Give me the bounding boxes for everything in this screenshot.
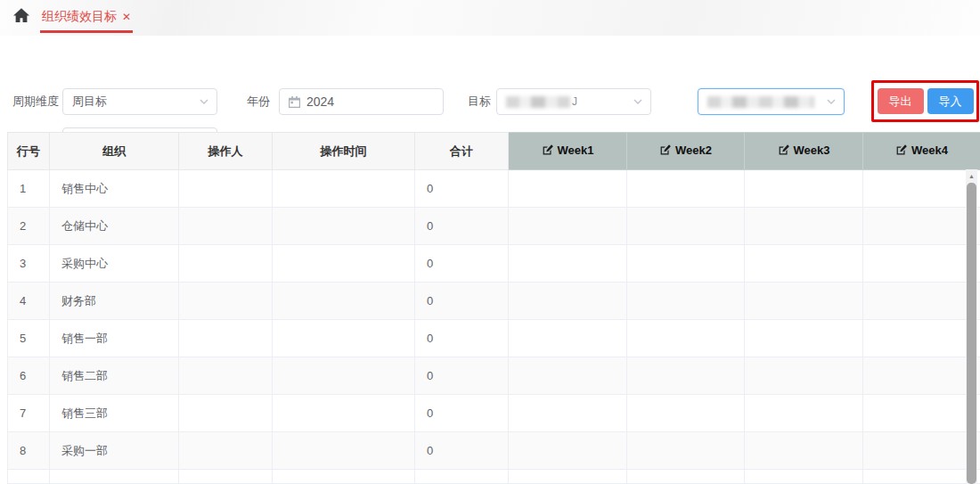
period-label: 周期维度 (12, 88, 59, 115)
week-label: Week2 (675, 144, 712, 157)
cell-week2[interactable] (627, 395, 745, 432)
cell-op-time (273, 395, 415, 432)
year-label: 年份 (247, 88, 270, 115)
week-label: Week4 (911, 144, 948, 157)
goal-select[interactable]: J (496, 88, 651, 115)
chevron-down-icon (826, 96, 837, 107)
cell-week1[interactable] (509, 432, 627, 470)
cell-week2[interactable] (627, 245, 745, 283)
vertical-scrollbar[interactable]: ▲ (966, 169, 977, 484)
col-week2[interactable]: Week2 (627, 133, 745, 170)
cell-row-number: 1 (8, 170, 50, 208)
cell-week4[interactable] (863, 170, 980, 208)
table-header-row: 行号 组织 操作人 操作时间 合计 Week1 Week2 Week3 Week… (8, 133, 980, 170)
cell-operator (179, 245, 273, 283)
col-org: 组织 (50, 133, 179, 170)
table-row: 6 销售二部 0 (8, 357, 980, 395)
edit-icon (659, 144, 671, 159)
table-row: 5 销售一部 0 (8, 320, 980, 357)
cell-week3[interactable] (745, 432, 863, 470)
cell-week3[interactable] (745, 320, 863, 357)
period-select[interactable]: 周目标 (62, 88, 217, 115)
table-row: 8 采购一部 0 (8, 432, 980, 470)
week-label: Week3 (794, 144, 830, 157)
scrollbar-thumb[interactable] (967, 183, 976, 484)
col-operator: 操作人 (179, 133, 273, 170)
cell-operator (179, 432, 273, 470)
data-table: 行号 组织 操作人 操作时间 合计 Week1 Week2 Week3 Week… (7, 132, 980, 484)
close-icon[interactable]: ✕ (122, 11, 131, 23)
cell-week2[interactable] (627, 432, 745, 470)
cell-org: 采购一部 (50, 432, 179, 470)
cell-operator (179, 170, 273, 208)
scroll-up-icon[interactable]: ▲ (966, 169, 977, 182)
cell-week1[interactable] (509, 283, 627, 320)
chevron-down-icon (199, 96, 209, 107)
cell-week1[interactable] (509, 357, 627, 395)
cell-week4[interactable] (863, 283, 980, 320)
redacted-goal-value (506, 96, 570, 108)
filter-panel: 周期维度 周目标 年份 2024 目标 J 导出 导入 所属组织 所属组织 (0, 36, 980, 132)
cell-org: 销售一部 (50, 320, 179, 357)
cell-week1[interactable] (509, 170, 627, 208)
cell-operator (179, 208, 273, 245)
goal-value-fragment: J (572, 95, 577, 108)
cell-week3[interactable] (745, 357, 863, 395)
export-button[interactable]: 导出 (878, 88, 924, 114)
cell-week1[interactable] (509, 320, 627, 357)
import-button[interactable]: 导入 (927, 88, 974, 114)
cell-week2[interactable] (627, 170, 745, 208)
cell-week4[interactable] (863, 395, 980, 432)
cell-total: 0 (415, 320, 509, 357)
col-total: 合计 (415, 133, 509, 170)
cell-week3[interactable] (745, 245, 863, 283)
calendar-icon (289, 96, 300, 108)
cell-week4[interactable] (863, 357, 980, 395)
edit-icon (895, 144, 907, 159)
cell-week2[interactable] (627, 357, 745, 395)
cell-week4[interactable] (863, 245, 980, 283)
year-input[interactable]: 2024 (279, 88, 444, 115)
goal-label: 目标 (468, 88, 491, 115)
col-week4[interactable]: Week4 (863, 133, 980, 170)
cell-org: 采购中心 (50, 245, 179, 283)
week-label: Week1 (558, 144, 594, 157)
redacted-org-value (707, 96, 814, 108)
cell-op-time (273, 170, 415, 208)
cell-week4[interactable] (863, 320, 980, 357)
col-week3[interactable]: Week3 (745, 133, 863, 170)
cell-week2[interactable] (627, 320, 745, 357)
cell-op-time (273, 283, 415, 320)
cell-week3[interactable] (745, 170, 863, 208)
cell-operator (179, 395, 273, 432)
cell-week3[interactable] (745, 395, 863, 432)
col-week1[interactable]: Week1 (509, 133, 627, 170)
table-row: 7 销售三部 0 (8, 395, 980, 432)
cell-op-time (273, 208, 415, 245)
cell-week2[interactable] (627, 283, 745, 320)
cell-week3[interactable] (745, 283, 863, 320)
cell-week4[interactable] (863, 432, 980, 470)
edit-icon (542, 144, 553, 159)
cell-week1[interactable] (509, 245, 627, 283)
cell-org: 仓储中心 (50, 208, 179, 245)
cell-op-time (273, 245, 415, 283)
cell-org: 财务部 (50, 283, 179, 320)
tab-bar: 组织绩效目标✕ (0, 0, 980, 36)
cell-week3[interactable] (745, 208, 863, 245)
cell-week1[interactable] (509, 208, 627, 245)
chevron-down-icon (633, 96, 643, 107)
cell-week4[interactable] (863, 208, 980, 245)
cell-row-number: 6 (8, 357, 50, 395)
cell-row-number: 7 (8, 395, 50, 432)
cell-week2[interactable] (627, 208, 745, 245)
home-icon[interactable] (13, 8, 29, 27)
cell-total: 0 (415, 170, 509, 208)
tab-org-performance-goals[interactable]: 组织绩效目标✕ (40, 8, 133, 33)
cell-operator (179, 357, 273, 395)
cell-row-number: 3 (8, 245, 50, 283)
cell-week1[interactable] (509, 395, 627, 432)
cell-total: 0 (415, 208, 509, 245)
org-filter-select[interactable] (698, 88, 845, 115)
cell-op-time (273, 320, 415, 357)
